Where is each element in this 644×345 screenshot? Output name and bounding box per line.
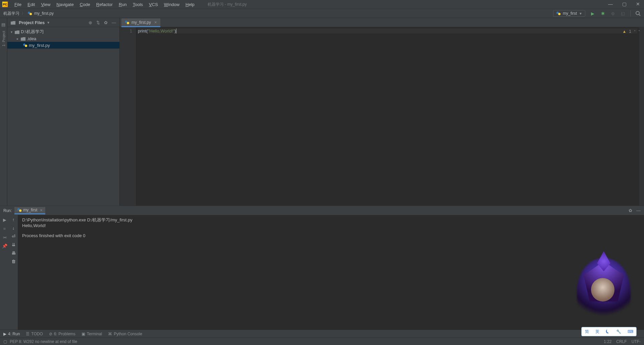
- tab-todo[interactable]: ☰TODO: [26, 332, 43, 336]
- ime-lang-cn[interactable]: 简: [585, 329, 589, 335]
- inspection-widget[interactable]: ▲ 1 ˄ ˅: [622, 29, 640, 34]
- menu-help[interactable]: Help: [182, 1, 198, 8]
- tab-run-label: 4: Run: [8, 332, 20, 336]
- rerun-button[interactable]: ▶: [2, 217, 7, 222]
- project-tree: ▾ D:\机器学习 ▸ .idea my_first.py: [7, 27, 119, 50]
- tab-problems-label: 6: Problems: [54, 332, 75, 336]
- project-panel-title[interactable]: Project Files ▼: [11, 20, 50, 25]
- scroll-button[interactable]: ⇊: [12, 242, 15, 247]
- tree-idea-folder[interactable]: ▸ .idea: [7, 35, 119, 42]
- menu-run[interactable]: Run: [116, 1, 130, 8]
- close-tab-icon[interactable]: ×: [40, 208, 43, 213]
- run-tool-body: ▶ ■ ⫘ 📌 ↑ ↓ ⏎ ⇊ 🖶 🗑 D:\Python\Installati…: [0, 215, 644, 330]
- tree-file-label: my_first.py: [29, 43, 50, 48]
- ime-lang-en[interactable]: 英: [595, 329, 599, 335]
- caret-position[interactable]: 1:22: [604, 339, 611, 344]
- pin-button[interactable]: 📌: [2, 243, 7, 249]
- editor-tab-myfirst[interactable]: my_first.py ×: [121, 18, 160, 27]
- menu-navigate[interactable]: Navigate: [53, 1, 76, 8]
- navbar: 机器学习 〉 my_first.py my_first ▼ ▶ ✱ ⊚ ◱: [0, 9, 644, 18]
- tab-terminal-label: Terminal: [87, 332, 102, 336]
- tab-run[interactable]: ▶4: Run: [3, 332, 20, 336]
- status-right: 1:22 CRLF UTF-: [604, 339, 641, 344]
- menu-view[interactable]: View: [38, 1, 53, 8]
- up-button[interactable]: ↑: [12, 217, 15, 222]
- trash-button[interactable]: 🗑: [11, 259, 16, 264]
- chevron-down-icon[interactable]: ˅: [638, 30, 640, 33]
- ime-settings-icon[interactable]: 🔧: [616, 329, 621, 334]
- menu-vcs[interactable]: VCS: [146, 1, 161, 8]
- down-button[interactable]: ↓: [12, 225, 15, 230]
- breadcrumb-project[interactable]: 机器学习: [3, 11, 19, 16]
- file-encoding[interactable]: UTF-: [632, 339, 641, 344]
- menu-window[interactable]: Window: [161, 1, 182, 8]
- warning-icon: ▲: [622, 29, 626, 34]
- svg-line-5: [639, 14, 640, 16]
- tree-file-myfirst[interactable]: my_first.py: [7, 42, 119, 49]
- python-icon: ⌘: [108, 332, 112, 336]
- hide-icon[interactable]: —: [636, 208, 641, 213]
- tree-idea-label: .idea: [27, 36, 36, 41]
- run-icon: ▶: [3, 332, 6, 336]
- tab-terminal[interactable]: ▣Terminal: [82, 332, 102, 336]
- close-icon[interactable]: ✕: [636, 1, 640, 7]
- maximize-icon[interactable]: ▢: [622, 1, 627, 7]
- close-tab-icon[interactable]: ×: [154, 20, 157, 25]
- settings-icon[interactable]: ✿: [104, 20, 108, 25]
- project-rail-icon[interactable]: ▤: [1, 22, 6, 27]
- print-button[interactable]: 🖶: [11, 251, 16, 256]
- menu-host: FileEditViewNavigateCodeRefactorRunTools…: [11, 2, 198, 7]
- stop-button[interactable]: ■: [2, 226, 7, 231]
- tree-root[interactable]: ▾ D:\机器学习: [7, 28, 119, 35]
- ime-moon-icon[interactable]: ⏾: [606, 329, 610, 334]
- run-button[interactable]: ▶: [590, 11, 595, 16]
- toolbar-divider: [630, 10, 631, 16]
- project-panel-tools: ⊕ ⇅ ✿ —: [89, 20, 116, 25]
- ime-keyboard-icon[interactable]: ⌨: [628, 329, 633, 334]
- chevron-down-icon: ▼: [579, 12, 582, 15]
- profile-button[interactable]: ◱: [620, 11, 626, 16]
- tab-problems[interactable]: ⊘6: Problems: [49, 332, 75, 336]
- run-console[interactable]: D:\Python\Installation\python.exe D:/机器学…: [18, 215, 644, 330]
- ime-toolbar[interactable]: 简 英 ⏾ 🔧 ⌨: [581, 327, 637, 336]
- python-icon: [17, 208, 22, 212]
- menu-edit[interactable]: Edit: [24, 1, 38, 8]
- line-separator[interactable]: CRLF: [616, 339, 627, 344]
- chevron-up-icon[interactable]: ˄: [634, 30, 636, 33]
- wrap-button[interactable]: ⏎: [12, 234, 15, 239]
- tab-todo-label: TODO: [31, 332, 43, 336]
- run-config-selector[interactable]: my_first ▼: [553, 10, 585, 17]
- console-line1: D:\Python\Installation\python.exe D:/机器学…: [22, 217, 132, 222]
- coverage-button[interactable]: ⊚: [610, 11, 615, 16]
- breadcrumb: 机器学习 〉 my_first.py: [3, 11, 54, 16]
- menu-code[interactable]: Code: [77, 1, 93, 8]
- tab-pyconsole-label: Python Console: [114, 332, 142, 336]
- python-icon: [23, 43, 28, 48]
- layout-button[interactable]: ⫘: [2, 234, 7, 240]
- list-icon: ☰: [26, 332, 30, 336]
- settings-icon[interactable]: ✿: [629, 208, 632, 213]
- menu-tools[interactable]: Tools: [130, 1, 146, 8]
- search-everywhere-button[interactable]: [635, 11, 641, 16]
- svg-point-3: [558, 13, 560, 15]
- status-message: PEP 8: W292 no newline at end of file: [10, 339, 77, 344]
- breadcrumb-file[interactable]: my_first.py: [34, 11, 54, 16]
- run-tab-myfirst[interactable]: my_first ×: [14, 207, 45, 214]
- chevron-down-icon: ▾: [11, 30, 15, 34]
- project-panel-title-text: Project Files: [19, 20, 45, 25]
- status-icon[interactable]: ▢: [3, 339, 7, 344]
- code-token-fn: print: [138, 28, 146, 33]
- locate-icon[interactable]: ⊕: [89, 20, 92, 25]
- bottom-tool-tabs: ▶4: Run ☰TODO ⊘6: Problems ▣Terminal ⌘Py…: [0, 330, 644, 338]
- menu-file[interactable]: File: [11, 1, 24, 8]
- expand-icon[interactable]: ⇅: [96, 20, 100, 25]
- menu-refactor[interactable]: Refactor: [93, 1, 116, 8]
- tab-python-console[interactable]: ⌘Python Console: [108, 332, 142, 336]
- minimize-icon[interactable]: —: [608, 1, 613, 7]
- window-title: 机器学习 - my_first.py: [208, 2, 247, 7]
- project-rail-label[interactable]: 1: Project: [1, 29, 6, 48]
- hide-icon[interactable]: —: [112, 20, 116, 25]
- debug-button[interactable]: ✱: [600, 11, 605, 16]
- project-panel-header: Project Files ▼ ⊕ ⇅ ✿ —: [7, 18, 119, 27]
- editor-tab-label: my_first.py: [131, 20, 151, 25]
